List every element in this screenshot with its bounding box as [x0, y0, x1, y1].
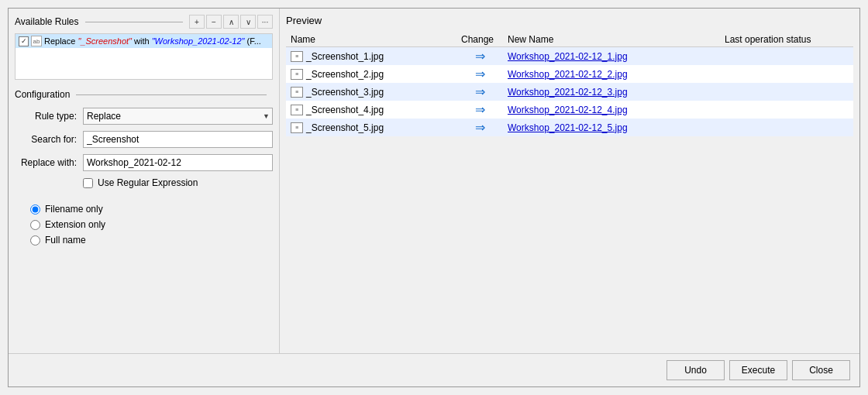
change-cell: ⇒: [456, 118, 503, 136]
extension-only-label: Extension only: [45, 219, 105, 230]
col-change-header: Change: [456, 33, 503, 47]
search-for-row: Search for:: [15, 131, 273, 148]
change-arrow-icon: ⇒: [475, 103, 485, 116]
execute-button[interactable]: Execute: [729, 360, 787, 380]
regex-checkbox-row: Use Regular Expression: [83, 177, 273, 188]
rules-list[interactable]: ✓ ab Replace "_Screenshot" with "Worksho…: [15, 33, 273, 80]
rule-type-label: Rule type:: [15, 111, 77, 122]
status-cell: [720, 101, 853, 118]
configuration-section: Configuration Rule type: Replace Insert …: [15, 89, 273, 250]
rule-replace-text: "Workshop_2021-02-12": [152, 36, 245, 46]
file-icon: ≡: [291, 69, 303, 80]
rule-type-row: Rule type: Replace Insert Remove Numberi…: [15, 108, 273, 125]
config-line: [76, 94, 267, 95]
extension-only-radio[interactable]: [30, 220, 40, 230]
filename-only-label: Filename only: [45, 204, 103, 215]
change-arrow-icon: ⇒: [475, 67, 485, 81]
file-name: _Screenshot_3.jpg: [306, 87, 384, 98]
extension-only-row: Extension only: [30, 219, 273, 230]
left-panel: Available Rules + − ∧ ∨ ··· ✓ ab Replace…: [9, 9, 280, 353]
full-name-radio[interactable]: [30, 235, 40, 246]
file-icon: ≡: [291, 122, 303, 133]
table-row: ≡_Screenshot_3.jpg⇒Workshop_2021-02-12_3…: [286, 83, 853, 101]
new-name-cell: Workshop_2021-02-12_1.jpg: [503, 47, 720, 66]
undo-button[interactable]: Undo: [666, 360, 725, 380]
table-row: ≡_Screenshot_1.jpg⇒Workshop_2021-02-12_1…: [286, 47, 853, 66]
file-name: _Screenshot_5.jpg: [306, 122, 384, 133]
table-row: ≡_Screenshot_2.jpg⇒Workshop_2021-02-12_2…: [286, 65, 853, 83]
new-name-cell: Workshop_2021-02-12_2.jpg: [503, 65, 720, 83]
replace-with-label: Replace with:: [15, 157, 77, 168]
use-regex-checkbox[interactable]: [83, 178, 93, 188]
rule-checkbox[interactable]: ✓: [19, 36, 29, 46]
remove-rule-button[interactable]: −: [206, 15, 222, 29]
filename-only-row: Filename only: [30, 204, 273, 215]
col-status-header: Last operation status: [720, 33, 853, 47]
new-file-name: Workshop_2021-02-12_3.jpg: [508, 87, 628, 98]
col-name-header: Name: [286, 33, 456, 47]
full-name-label: Full name: [45, 235, 86, 246]
status-cell: [720, 118, 853, 136]
change-cell: ⇒: [456, 101, 503, 118]
configuration-title: Configuration: [15, 89, 70, 100]
change-arrow-icon: ⇒: [475, 121, 485, 134]
table-row: ≡_Screenshot_4.jpg⇒Workshop_2021-02-12_4…: [286, 101, 853, 118]
new-name-cell: Workshop_2021-02-12_4.jpg: [503, 101, 720, 118]
new-file-name: Workshop_2021-02-12_4.jpg: [508, 105, 628, 115]
more-button[interactable]: ···: [257, 15, 273, 29]
available-rules-header: Available Rules + − ∧ ∨ ···: [15, 15, 273, 29]
rule-text: Replace "_Screenshot" with "Workshop_202…: [44, 36, 261, 46]
add-rule-button[interactable]: +: [189, 15, 205, 29]
dialog-body: Available Rules + − ∧ ∨ ··· ✓ ab Replace…: [9, 9, 859, 353]
preview-table: Name Change New Name Last operation stat…: [286, 33, 853, 136]
new-name-cell: Workshop_2021-02-12_5.jpg: [503, 118, 720, 136]
rules-toolbar: + − ∧ ∨ ···: [189, 15, 273, 29]
file-icon: ≡: [291, 87, 303, 98]
new-file-name: Workshop_2021-02-12_2.jpg: [508, 69, 628, 80]
file-name-cell: ≡_Screenshot_5.jpg: [286, 118, 456, 136]
rule-type-select-wrapper: Replace Insert Remove Numbering Regular …: [83, 108, 273, 125]
table-row: ≡_Screenshot_5.jpg⇒Workshop_2021-02-12_5…: [286, 118, 853, 136]
change-arrow-icon: ⇒: [475, 85, 485, 98]
change-cell: ⇒: [456, 47, 503, 66]
file-name-cell: ≡_Screenshot_3.jpg: [286, 83, 456, 101]
change-arrow-icon: ⇒: [475, 50, 485, 63]
move-down-button[interactable]: ∨: [240, 15, 256, 29]
replace-with-row: Replace with:: [15, 154, 273, 171]
rule-type-select[interactable]: Replace Insert Remove Numbering Regular …: [83, 108, 273, 125]
full-name-row: Full name: [30, 235, 273, 246]
footer: Undo Execute Close: [9, 353, 859, 386]
file-name: _Screenshot_4.jpg: [306, 105, 384, 115]
apply-to-group: Filename only Extension only Full name: [30, 204, 273, 246]
rule-search-text: "_Screenshot": [78, 36, 132, 46]
file-name-cell: ≡_Screenshot_2.jpg: [286, 65, 456, 83]
status-cell: [720, 65, 853, 83]
preview-title: Preview: [286, 15, 853, 26]
right-panel: Preview Name Change New Name Last operat…: [280, 9, 859, 353]
close-button[interactable]: Close: [792, 360, 850, 380]
replace-with-input[interactable]: [83, 154, 273, 171]
status-cell: [720, 47, 853, 66]
main-dialog: Available Rules + − ∧ ∨ ··· ✓ ab Replace…: [8, 8, 860, 387]
file-name-cell: ≡_Screenshot_1.jpg: [286, 47, 456, 66]
search-for-input[interactable]: [83, 131, 273, 148]
status-cell: [720, 83, 853, 101]
filename-only-radio[interactable]: [30, 204, 40, 215]
file-name: _Screenshot_1.jpg: [306, 51, 384, 62]
search-for-label: Search for:: [15, 134, 77, 145]
change-cell: ⇒: [456, 65, 503, 83]
rule-type-icon: ab: [31, 36, 42, 46]
new-name-cell: Workshop_2021-02-12_3.jpg: [503, 83, 720, 101]
rule-item[interactable]: ✓ ab Replace "_Screenshot" with "Worksho…: [16, 34, 272, 48]
new-file-name: Workshop_2021-02-12_5.jpg: [508, 122, 628, 133]
file-icon: ≡: [291, 105, 303, 115]
file-icon: ≡: [291, 51, 303, 62]
new-file-name: Workshop_2021-02-12_1.jpg: [508, 51, 628, 62]
file-name-cell: ≡_Screenshot_4.jpg: [286, 101, 456, 118]
configuration-header: Configuration: [15, 89, 273, 100]
use-regex-label[interactable]: Use Regular Expression: [98, 177, 198, 188]
file-name: _Screenshot_2.jpg: [306, 69, 384, 80]
available-rules-title: Available Rules: [15, 16, 79, 27]
col-newname-header: New Name: [503, 33, 720, 47]
move-up-button[interactable]: ∧: [223, 15, 239, 29]
